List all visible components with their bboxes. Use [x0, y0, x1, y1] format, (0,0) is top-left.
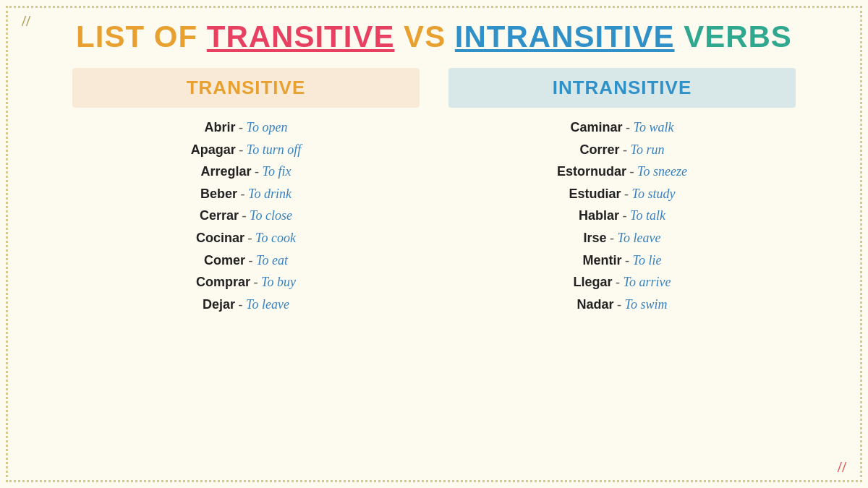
verb-translation: To turn off [247, 142, 301, 157]
verb-dash: - [241, 187, 245, 201]
verb-dash: - [625, 253, 629, 267]
verb-translation: To run [631, 142, 665, 157]
verb-translation: To close [250, 208, 292, 223]
verb-translation: To study [632, 187, 676, 201]
verb-name: Caminar [571, 120, 623, 134]
list-item: Apagar - To turn off [72, 139, 420, 161]
verb-name: Irse [584, 231, 607, 245]
verb-dash: - [239, 142, 243, 157]
transitive-verb-list: Abrir - To openApagar - To turn offArreg… [72, 116, 420, 315]
intransitive-verb-list: Caminar - To walkCorrer - To runEstornud… [448, 116, 796, 315]
list-item: Arreglar - To fix [72, 160, 420, 183]
verb-translation: To cook [255, 231, 296, 245]
verb-name: Mentir [583, 253, 622, 267]
columns-container: TRANSITIVE Abrir - To openApagar - To tu… [29, 68, 839, 474]
verb-dash: - [623, 208, 627, 223]
verb-name: Cerrar [200, 208, 239, 223]
verb-name: Estudiar [569, 187, 621, 201]
verb-dash: - [630, 164, 634, 179]
verb-name: Cocinar [196, 231, 244, 245]
list-item: Mentir - To lie [448, 249, 796, 272]
intransitive-header: INTRANSITIVE [448, 68, 796, 108]
verb-dash: - [623, 142, 627, 157]
list-item: Estudiar - To study [448, 183, 796, 205]
list-item: Hablar - To talk [448, 205, 796, 227]
verb-dash: - [239, 297, 243, 312]
page-title: LIST OF TRANSITIVE VS INTRANSITIVE VERBS [76, 22, 792, 52]
verb-translation: To open [247, 120, 288, 134]
verb-dash: - [254, 275, 258, 289]
transitive-column: TRANSITIVE Abrir - To openApagar - To tu… [72, 68, 420, 474]
list-item: Abrir - To open [72, 116, 420, 139]
title-intransitive: INTRANSITIVE [455, 20, 675, 53]
verb-name: Arreglar [201, 164, 252, 179]
verb-dash: - [239, 120, 243, 134]
list-item: Beber - To drink [72, 183, 420, 205]
verb-translation: To leave [246, 297, 289, 312]
verb-translation: To drink [248, 187, 292, 201]
transitive-header: TRANSITIVE [72, 68, 420, 108]
verb-dash: - [249, 253, 253, 267]
slash-top-left-icon: // [22, 13, 30, 29]
verb-translation: To talk [630, 208, 665, 223]
list-item: Cerrar - To close [72, 205, 420, 227]
verb-name: Hablar [579, 208, 619, 223]
verb-dash: - [242, 208, 247, 223]
verb-dash: - [626, 120, 630, 134]
list-item: Dejar - To leave [72, 294, 420, 316]
verb-translation: To leave [618, 231, 661, 245]
verb-translation: To fix [263, 164, 292, 179]
verb-name: Comprar [196, 275, 250, 289]
list-item: Llegar - To arrive [448, 271, 796, 294]
verb-dash: - [617, 297, 621, 312]
verb-translation: To walk [634, 120, 674, 134]
verb-name: Beber [200, 187, 237, 201]
verb-dash: - [616, 275, 620, 289]
verb-dash: - [610, 231, 614, 245]
verb-name: Abrir [205, 120, 236, 134]
list-item: Comprar - To buy [72, 271, 420, 294]
list-item: Comer - To eat [72, 249, 420, 272]
verb-name: Comer [204, 253, 245, 267]
verb-name: Estornudar [557, 164, 626, 179]
verb-name: Nadar [577, 297, 614, 312]
list-item: Caminar - To walk [448, 116, 796, 139]
title-transitive: TRANSITIVE [207, 20, 395, 53]
verb-translation: To swim [625, 297, 668, 312]
title-verbs: VERBS [675, 20, 792, 53]
main-container: LIST OF TRANSITIVE VS INTRANSITIVE VERBS… [0, 0, 868, 488]
verb-translation: To sneeze [637, 164, 687, 179]
verb-translation: To lie [633, 253, 662, 267]
title-prefix: LIST OF [76, 20, 207, 53]
verb-name: Apagar [191, 142, 236, 157]
verb-name: Llegar [574, 275, 613, 289]
verb-name: Dejar [203, 297, 235, 312]
list-item: Cocinar - To cook [72, 227, 420, 249]
verb-dash: - [255, 164, 259, 179]
intransitive-column: INTRANSITIVE Caminar - To walkCorrer - T… [448, 68, 796, 474]
verb-name: Correr [580, 142, 620, 157]
slash-bottom-right-icon: // [838, 459, 846, 475]
verb-translation: To eat [256, 253, 288, 267]
verb-translation: To buy [261, 275, 296, 289]
list-item: Irse - To leave [448, 227, 796, 249]
list-item: Estornudar - To sneeze [448, 160, 796, 183]
verb-dash: - [624, 187, 629, 201]
list-item: Nadar - To swim [448, 294, 796, 316]
list-item: Correr - To run [448, 139, 796, 161]
verb-translation: To arrive [624, 275, 671, 289]
verb-dash: - [248, 231, 252, 245]
title-vs: VS [394, 20, 454, 53]
